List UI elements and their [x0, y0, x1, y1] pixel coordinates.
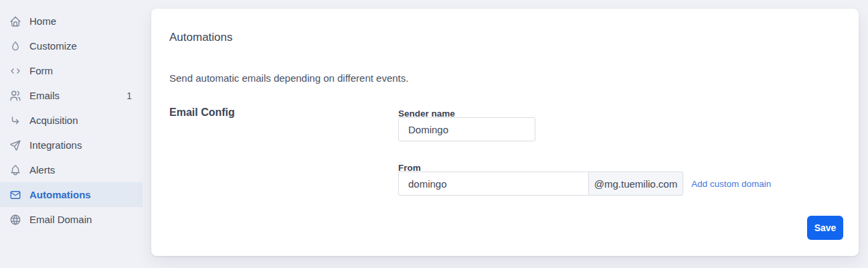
- sidebar-item-form[interactable]: Form: [0, 58, 143, 83]
- sidebar: Home Customize Form Emails 1 Acquisition…: [0, 0, 143, 232]
- from-input-group: @mg.tuemilio.com: [398, 172, 683, 196]
- corner-down-right-icon: [9, 115, 21, 127]
- sidebar-item-acquisition[interactable]: Acquisition: [0, 108, 143, 133]
- emails-count-badge: 1: [126, 90, 132, 101]
- sidebar-item-label: Alerts: [29, 164, 55, 176]
- sidebar-item-customize[interactable]: Customize: [0, 34, 143, 58]
- code-icon: [9, 65, 21, 77]
- sidebar-item-label: Automations: [29, 189, 91, 200]
- bell-icon: [9, 164, 21, 176]
- send-icon: [9, 139, 21, 151]
- home-icon: [9, 15, 21, 27]
- sidebar-item-label: Acquisition: [29, 115, 78, 126]
- sidebar-item-automations[interactable]: Automations: [0, 182, 143, 207]
- sidebar-item-label: Home: [29, 15, 56, 27]
- from-input[interactable]: [398, 172, 589, 196]
- globe-icon: [9, 214, 21, 226]
- sidebar-item-label: Form: [29, 65, 53, 76]
- sidebar-item-label: Integrations: [29, 139, 82, 151]
- sidebar-item-home[interactable]: Home: [0, 9, 143, 34]
- mail-icon: [9, 189, 21, 201]
- sidebar-item-integrations[interactable]: Integrations: [0, 133, 143, 157]
- page-title: Automations: [169, 31, 233, 44]
- sidebar-item-label: Customize: [29, 40, 77, 52]
- sidebar-item-emails[interactable]: Emails 1: [0, 83, 143, 108]
- sidebar-item-email-domain[interactable]: Email Domain: [0, 207, 143, 232]
- page-description: Send automatic emails depending on diffe…: [169, 72, 408, 84]
- domain-suffix-addon: @mg.tuemilio.com: [588, 172, 683, 196]
- sidebar-item-label: Email Domain: [29, 214, 92, 225]
- users-icon: [9, 90, 21, 102]
- sidebar-item-alerts[interactable]: Alerts: [0, 157, 143, 182]
- sender-name-input[interactable]: [398, 117, 535, 141]
- sidebar-item-label: Emails: [29, 90, 60, 101]
- email-config-section-title: Email Config: [169, 107, 235, 119]
- droplet-icon: [9, 40, 21, 52]
- add-custom-domain-link[interactable]: Add custom domain: [691, 179, 771, 189]
- automations-card: Automations Send automatic emails depend…: [151, 9, 859, 256]
- save-button[interactable]: Save: [807, 216, 843, 240]
